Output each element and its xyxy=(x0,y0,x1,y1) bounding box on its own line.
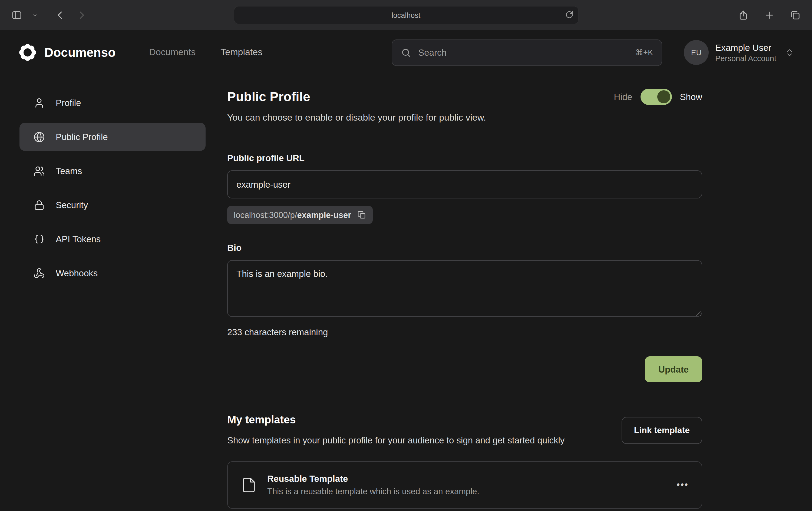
url-preview-badge[interactable]: localhost:3000/p/example-user xyxy=(227,206,373,224)
sidebar-item-label: Profile xyxy=(56,98,81,108)
template-card-text: Reusable Template This is a reusable tem… xyxy=(267,474,479,497)
browser-right-controls xyxy=(735,7,803,23)
nav-documents[interactable]: Documents xyxy=(149,47,196,58)
show-label: Show xyxy=(680,92,702,102)
sidebar-item-teams[interactable]: Teams xyxy=(20,157,206,185)
characters-remaining: 233 characters remaining xyxy=(227,327,702,337)
back-icon[interactable] xyxy=(52,7,68,23)
toggle-knob xyxy=(657,90,670,103)
link-template-button[interactable]: Link template xyxy=(621,417,702,444)
my-templates-text: My templates Show templates in your publ… xyxy=(227,414,601,448)
braces-icon xyxy=(33,233,45,245)
users-icon xyxy=(33,165,45,177)
user-icon xyxy=(33,97,45,109)
page-body: Profile Public Profile Teams Security xyxy=(0,74,812,509)
my-templates-description: Show templates in your public profile fo… xyxy=(227,433,601,448)
globe-icon xyxy=(33,131,45,143)
chevron-down-icon[interactable] xyxy=(30,7,39,23)
share-icon[interactable] xyxy=(735,7,751,23)
copy-icon[interactable] xyxy=(357,210,366,219)
user-name: Example User xyxy=(715,42,776,53)
sidebar-panel-icon[interactable] xyxy=(9,7,25,23)
file-icon xyxy=(241,477,257,493)
search-placeholder: Search xyxy=(418,47,446,58)
page-title: Public Profile xyxy=(227,89,310,104)
sidebar-item-public-profile[interactable]: Public Profile xyxy=(20,123,206,151)
settings-sidebar: Profile Public Profile Teams Security xyxy=(20,89,206,509)
divider xyxy=(227,137,702,137)
template-card[interactable]: Reusable Template This is a reusable tem… xyxy=(227,461,702,509)
search-shortcut: ⌘+K xyxy=(635,48,653,57)
new-tab-icon[interactable] xyxy=(761,7,777,23)
template-name: Reusable Template xyxy=(267,474,479,484)
avatar: EU xyxy=(684,40,709,65)
public-profile-settings: Public Profile Hide Show You can choose … xyxy=(227,89,702,509)
bio-textarea[interactable]: This is an example bio. xyxy=(227,260,702,317)
main-nav: Documents Templates xyxy=(149,47,262,58)
profile-url-input[interactable] xyxy=(227,170,702,199)
brand[interactable]: Documenso xyxy=(18,43,116,62)
search-icon xyxy=(401,47,411,58)
address-bar[interactable]: localhost xyxy=(233,6,579,24)
browser-left-controls xyxy=(9,7,90,23)
url-slug: example-user xyxy=(297,210,351,219)
profile-visibility-toggle[interactable] xyxy=(640,89,672,105)
tab-overview-icon[interactable] xyxy=(787,7,803,23)
sidebar-item-security[interactable]: Security xyxy=(20,191,206,219)
lock-icon xyxy=(33,199,45,211)
screen: localhost xyxy=(0,0,812,511)
visibility-toggle-group: Hide Show xyxy=(614,89,702,105)
my-templates-title: My templates xyxy=(227,414,601,426)
profile-url-label: Public profile URL xyxy=(227,153,702,163)
update-button[interactable]: Update xyxy=(645,356,702,382)
sidebar-item-profile[interactable]: Profile xyxy=(20,89,206,117)
sidebar-item-label: Public Profile xyxy=(56,132,108,142)
sidebar-item-label: API Tokens xyxy=(56,234,100,244)
template-menu-button[interactable]: ••• xyxy=(676,480,689,491)
url-preview-text: localhost:3000/p/example-user xyxy=(234,210,351,220)
app-header: Documenso Documents Templates Search ⌘+K… xyxy=(0,30,812,74)
forward-icon[interactable] xyxy=(74,7,90,23)
address-bar-url: localhost xyxy=(392,11,420,19)
sidebar-item-label: Security xyxy=(56,200,88,210)
chevrons-up-down-icon xyxy=(785,48,794,57)
sidebar-item-webhooks[interactable]: Webhooks xyxy=(20,259,206,287)
account-menu[interactable]: EU Example User Personal Account xyxy=(684,40,794,65)
brand-name: Documenso xyxy=(45,45,116,60)
bio-label: Bio xyxy=(227,243,702,253)
account-type: Personal Account xyxy=(715,54,776,62)
sidebar-item-label: Webhooks xyxy=(56,268,98,278)
webhook-icon xyxy=(33,267,45,279)
refresh-icon[interactable] xyxy=(564,10,574,20)
hide-label: Hide xyxy=(614,92,632,102)
sidebar-item-api-tokens[interactable]: API Tokens xyxy=(20,225,206,253)
page-subtitle: You can choose to enable or disable your… xyxy=(227,113,702,123)
search-box[interactable]: Search ⌘+K xyxy=(392,39,662,66)
browser-chrome: localhost xyxy=(0,0,812,30)
template-description: This is a reusable template which is use… xyxy=(267,487,479,497)
nav-templates[interactable]: Templates xyxy=(221,47,262,58)
url-prefix: localhost:3000/p/ xyxy=(234,210,297,219)
documenso-logo-icon xyxy=(18,43,37,62)
sidebar-item-label: Teams xyxy=(56,166,82,176)
